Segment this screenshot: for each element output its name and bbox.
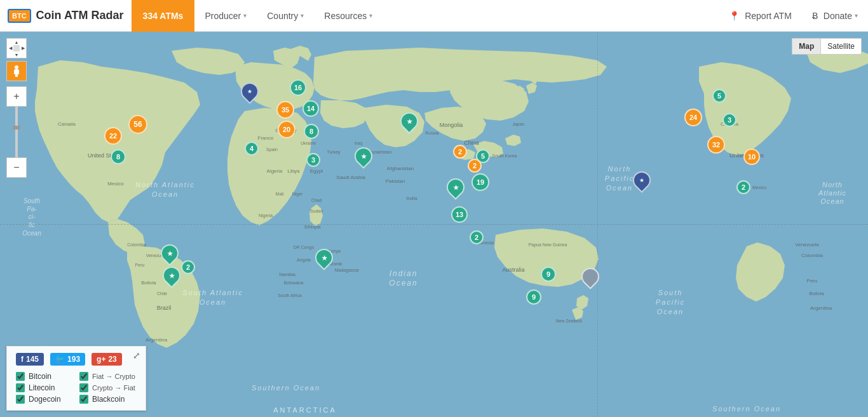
zoom-in-button[interactable]: + bbox=[6, 86, 27, 107]
atm-marker-pin-uk[interactable]: ★ bbox=[241, 83, 259, 100]
svg-text:Ethiopia: Ethiopia bbox=[304, 225, 320, 230]
atm-marker-pin-sea[interactable]: ★ bbox=[447, 178, 465, 196]
atm-marker-9b[interactable]: 9 bbox=[526, 289, 541, 305]
atm-marker-8a[interactable]: 8 bbox=[111, 149, 126, 164]
atm-marker-19[interactable]: 19 bbox=[471, 173, 489, 191]
zoom-out-button[interactable]: − bbox=[6, 157, 27, 178]
nav-donate[interactable]: Ƀ Donate ▾ bbox=[802, 0, 868, 32]
map-container[interactable]: United States Canada Mexico Brazil Argen… bbox=[0, 32, 868, 417]
atm-marker-2a[interactable]: 2 bbox=[453, 145, 467, 159]
svg-text:Niger: Niger bbox=[292, 192, 303, 197]
pan-n-arrow[interactable]: ▲ bbox=[13, 39, 20, 45]
atm-marker-pin-me[interactable]: ★ bbox=[355, 147, 372, 165]
pan-w-arrow[interactable]: ◀ bbox=[7, 45, 13, 51]
atm-marker-2c[interactable]: 2 bbox=[470, 230, 484, 244]
legend-grid: Bitcoin Fiat → Crypto Litecoin Crypto → … bbox=[16, 372, 137, 404]
atm-marker-pin-nz[interactable] bbox=[581, 268, 599, 286]
googleplus-share-button[interactable]: g+ 23 bbox=[92, 353, 122, 366]
pan-control[interactable]: ▲ ◀ ▶ ▼ bbox=[6, 38, 27, 58]
svg-text:Argentina: Argentina bbox=[146, 337, 168, 343]
equator-line bbox=[0, 224, 868, 225]
atm-marker-14[interactable]: 14 bbox=[302, 100, 319, 117]
atm-marker-pin-sa2[interactable]: ★ bbox=[163, 267, 180, 284]
pin-icon: ★ bbox=[237, 79, 262, 104]
svg-text:fic: fic bbox=[29, 222, 35, 228]
svg-text:Venezuela: Venezuela bbox=[795, 242, 819, 248]
atm-marker-pin-sa1[interactable]: ★ bbox=[161, 244, 179, 262]
blackcoin-checkbox[interactable] bbox=[79, 395, 88, 404]
zoom-slider[interactable] bbox=[15, 107, 18, 157]
pan-nw-arrow[interactable] bbox=[7, 39, 13, 45]
atm-marker-pin-africa[interactable]: ★ bbox=[315, 249, 333, 267]
atm-marker-32[interactable]: 32 bbox=[707, 136, 725, 154]
atm-marker-13[interactable]: 13 bbox=[451, 206, 468, 223]
atm-marker-22[interactable]: 22 bbox=[104, 127, 122, 145]
facebook-count: 145 bbox=[26, 355, 39, 364]
zoom-controls: + − bbox=[6, 86, 27, 178]
pegman-icon[interactable] bbox=[6, 61, 27, 81]
fiat-crypto-checkbox[interactable] bbox=[79, 372, 88, 381]
dogecoin-checkbox[interactable] bbox=[16, 395, 25, 404]
logo-area: BTC Coin ATM Radar bbox=[0, 9, 132, 23]
svg-text:Colombia: Colombia bbox=[801, 253, 823, 258]
litecoin-checkbox[interactable] bbox=[16, 383, 25, 392]
svg-text:Southern Ocean: Southern Ocean bbox=[712, 405, 781, 413]
atm-marker-9a[interactable]: 9 bbox=[541, 267, 556, 282]
legend-crypto-fiat: Crypto → Fiat bbox=[79, 383, 137, 392]
svg-text:Namibia: Namibia bbox=[279, 272, 295, 277]
nav-report-atm[interactable]: 📍 Report ATM bbox=[719, 0, 802, 32]
twitter-share-button[interactable]: 🐦 193 bbox=[50, 353, 85, 366]
pan-s-arrow[interactable]: ▼ bbox=[13, 51, 20, 58]
pan-e-arrow[interactable]: ▶ bbox=[20, 45, 26, 51]
svg-text:Argentina: Argentina bbox=[810, 305, 832, 311]
svg-text:ANTARCTICA: ANTARCTICA bbox=[273, 406, 336, 414]
pan-center bbox=[13, 45, 20, 51]
nav-resources[interactable]: Resources ▾ bbox=[314, 0, 383, 32]
atm-marker-8b[interactable]: 8 bbox=[304, 124, 319, 139]
expand-button[interactable]: ⤢ bbox=[133, 350, 140, 361]
atm-marker-56[interactable]: 56 bbox=[128, 115, 147, 134]
svg-text:North: North bbox=[822, 181, 843, 189]
svg-text:Russia: Russia bbox=[425, 131, 439, 135]
pan-sw-arrow[interactable] bbox=[7, 51, 13, 58]
svg-text:Colombia: Colombia bbox=[127, 242, 146, 247]
atm-marker-3b[interactable]: 3 bbox=[722, 113, 736, 127]
atm-marker-5b[interactable]: 5 bbox=[712, 89, 726, 103]
crypto-fiat-checkbox[interactable] bbox=[79, 383, 88, 392]
pan-ne-arrow[interactable] bbox=[20, 39, 26, 45]
pan-se-arrow[interactable] bbox=[20, 51, 26, 58]
map-type-satellite[interactable]: Satellite bbox=[820, 38, 862, 55]
crypto-fiat-label: Crypto → Fiat bbox=[92, 384, 135, 392]
atm-count-badge[interactable]: 334 ATMs bbox=[132, 0, 195, 32]
atm-marker-2d[interactable]: 2 bbox=[181, 260, 195, 274]
atm-marker-4[interactable]: 4 bbox=[245, 142, 259, 156]
atm-marker-2b[interactable]: 2 bbox=[468, 159, 482, 173]
svg-text:Mongolia: Mongolia bbox=[440, 122, 463, 128]
svg-text:Australia: Australia bbox=[502, 267, 524, 273]
nav-producer[interactable]: Producer ▾ bbox=[194, 0, 257, 32]
bitcoin-checkbox[interactable] bbox=[16, 372, 25, 381]
svg-text:Ocean: Ocean bbox=[22, 230, 41, 237]
atm-marker-16[interactable]: 16 bbox=[290, 79, 306, 96]
legend-litecoin: Litecoin bbox=[16, 383, 73, 392]
pin-icon: 📍 bbox=[729, 11, 740, 21]
atm-marker-10[interactable]: 10 bbox=[743, 149, 760, 165]
svg-text:DR Congo: DR Congo bbox=[294, 245, 315, 250]
zoom-handle[interactable] bbox=[13, 126, 20, 129]
atm-marker-pin-ca[interactable]: ★ bbox=[400, 112, 418, 130]
atm-marker-2e[interactable]: 2 bbox=[736, 180, 750, 194]
svg-text:Peru: Peru bbox=[807, 278, 818, 284]
svg-text:Libya: Libya bbox=[287, 168, 300, 174]
facebook-share-button[interactable]: f 145 bbox=[16, 353, 44, 366]
svg-text:Algeria: Algeria bbox=[267, 168, 283, 174]
pan-arrows: ▲ ◀ ▶ ▼ bbox=[7, 39, 26, 58]
svg-text:Ukraine: Ukraine bbox=[301, 141, 316, 145]
map-type-map[interactable]: Map bbox=[792, 38, 820, 55]
atm-marker-pin-pacific[interactable]: ★ bbox=[633, 171, 651, 189]
chevron-down-icon: ▾ bbox=[301, 12, 304, 19]
atm-marker-35[interactable]: 35 bbox=[276, 101, 294, 119]
atm-marker-24[interactable]: 24 bbox=[684, 109, 702, 126]
atm-marker-3[interactable]: 3 bbox=[306, 153, 320, 167]
atm-marker-20[interactable]: 20 bbox=[278, 121, 295, 138]
nav-country[interactable]: Country ▾ bbox=[257, 0, 314, 32]
